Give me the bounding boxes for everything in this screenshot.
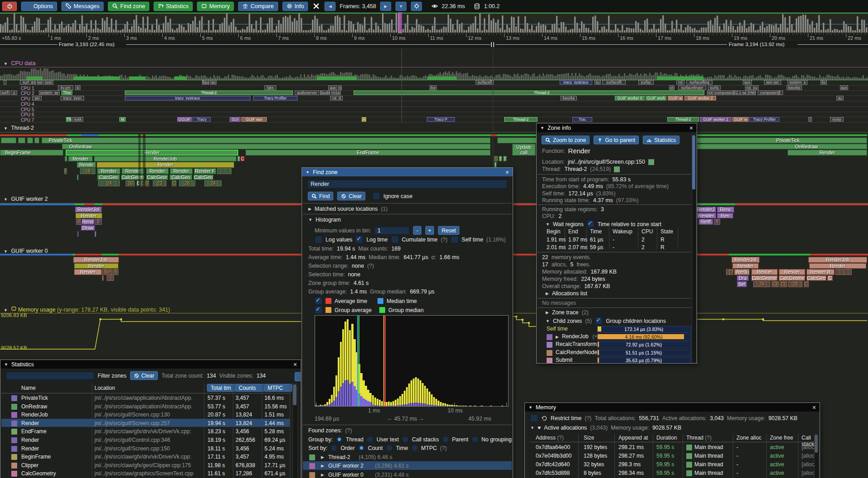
median-time-swatch: [377, 298, 383, 304]
next-frame-button[interactable]: ▶: [380, 1, 392, 11]
total-allocations: 556,731: [639, 415, 659, 421]
frame-select-button[interactable]: ▼: [395, 1, 407, 11]
histogram-bar: [424, 386, 426, 406]
group-by-option[interactable]: [442, 436, 449, 443]
sort-counts-button[interactable]: Counts: [235, 383, 265, 392]
group-by-option[interactable]: [367, 436, 373, 443]
help-icon[interactable]: (?): [441, 237, 448, 243]
zoom-to-zone-button[interactable]: Zoom to zone: [541, 135, 590, 145]
ignore-case-checkbox[interactable]: [373, 192, 380, 200]
power-button[interactable]: [2, 1, 17, 11]
log-time-checkbox[interactable]: [355, 236, 363, 243]
allocation-row[interactable]: 0x7dfc53d8988 bytes298.34 ms59.95 sMain …: [525, 469, 820, 478]
series-checkbox[interactable]: [315, 306, 322, 314]
table-row[interactable]: OnRedrawjni/../jni/src/claw/application/…: [0, 403, 301, 411]
child-zone-row[interactable]: ▶RenderJob(×2)4.16 ms (92.60%): [537, 333, 697, 341]
found-group-row[interactable]: ▶GUIF worker 2(3,296) 4.61 s: [302, 462, 513, 470]
cumulate-time-checkbox[interactable]: [391, 236, 399, 243]
allocation-row[interactable]: 0x7dfaa64e00192 bytes298.21 ms59.95 sMai…: [525, 444, 820, 452]
histogram-average-marker: [385, 316, 386, 406]
restrict-time-checkbox[interactable]: [530, 414, 538, 422]
memory-scrollbar-thumb[interactable]: [815, 435, 818, 453]
increase-bin-button[interactable]: +: [425, 226, 434, 235]
focus-frame-button[interactable]: [410, 1, 422, 11]
options-button[interactable]: undefinedOptions: [21, 1, 57, 11]
help-icon[interactable]: (?): [585, 415, 591, 421]
close-icon[interactable]: ×: [689, 125, 693, 131]
prev-frame-button[interactable]: ◀: [324, 1, 336, 11]
found-group-row[interactable]: ▶Thread-2(4,105) 6.46 s: [302, 454, 513, 462]
group-by-option[interactable]: [472, 436, 478, 443]
compare-button[interactable]: Compare: [238, 1, 278, 11]
group-by-option[interactable]: [336, 436, 343, 443]
histogram-plot[interactable]: [315, 315, 509, 407]
help-icon[interactable]: (?): [556, 435, 564, 441]
group-by-option[interactable]: [402, 436, 409, 443]
sort-by-option[interactable]: [330, 445, 337, 451]
found-group-row[interactable]: ▶GUIF worker 0(3,231) 4.48 s: [302, 471, 513, 478]
table-row[interactable]: Renderjni/../jni/src/guif/Screen.cpp:257…: [0, 420, 301, 428]
self-time-checkbox[interactable]: [451, 236, 458, 243]
memory-button[interactable]: Memory: [197, 1, 234, 11]
sort-by-option[interactable]: [386, 445, 393, 451]
group-children-checkbox[interactable]: [595, 317, 603, 325]
table-row[interactable]: BeginFramejni/../jni/src/claw/gfx/drv/vk…: [0, 453, 301, 461]
zone-info-scrollbar-thumb[interactable]: [692, 135, 695, 189]
sort-by-option[interactable]: [358, 445, 365, 451]
allocation-row[interactable]: 0x7e049b3d00128 bytes298.27 ms59.95 sMai…: [525, 452, 820, 460]
clear-filter-button[interactable]: Clear: [130, 371, 159, 380]
stats-scrollbar-thumb[interactable]: [293, 384, 297, 405]
memory-titlebar[interactable]: ▼Memory×: [525, 403, 820, 412]
time-ruler[interactable]: +55.83 s1 ms2 ms3 ms4 ms5 ms6 ms7 ms8 ms…: [0, 33, 868, 41]
go-to-parent-button[interactable]: Go to parent: [593, 135, 639, 145]
frame-label-right[interactable]: Frame 3,194 (13.92 ms): [729, 42, 784, 47]
table-row[interactable]: EndFramejni/../jni/src/claw/gfx/drv/vk/D…: [0, 428, 301, 436]
decrease-bin-button[interactable]: -: [413, 226, 422, 235]
close-icon[interactable]: ×: [505, 169, 509, 175]
min-bin-input[interactable]: 1: [374, 227, 410, 235]
reset-button[interactable]: Reset: [438, 226, 460, 235]
help-icon[interactable]: (?): [345, 427, 352, 434]
mem-col-header: Address (?): [536, 435, 564, 441]
table-row[interactable]: Renderjni/../jni/src/guif/Control.cpp:34…: [0, 436, 301, 445]
close-icon[interactable]: ×: [293, 361, 297, 368]
find-zone-search-input[interactable]: Render: [307, 180, 507, 189]
frame-label-left[interactable]: Frame 3,193 (22.45 ms): [59, 42, 114, 47]
clipped-button[interactable]: [294, 372, 301, 382]
series-checkbox[interactable]: [315, 297, 322, 305]
statistics-titlebar[interactable]: ▼Statistics×: [0, 360, 301, 369]
zone-info-titlebar[interactable]: ▼Zone info×: [537, 123, 697, 132]
relative-time-checkbox[interactable]: [587, 220, 594, 228]
clear-button[interactable]: Clear: [337, 191, 366, 201]
child-zone-row[interactable]: Self time172.14 µs (3.83%): [537, 326, 697, 333]
filter-zones-input[interactable]: [6, 372, 94, 380]
ruler-tick: 20 ms: [772, 35, 785, 41]
log-values-checkbox[interactable]: [315, 236, 322, 243]
find-button[interactable]: Find: [307, 191, 334, 201]
frame-row[interactable]: Frame 3,193 (22.45 ms)Frame 3,194 (13.92…: [0, 41, 868, 48]
statistics-button[interactable]: Statistics: [642, 135, 680, 145]
sort-by-option[interactable]: [411, 445, 418, 451]
help-icon[interactable]: (?): [440, 445, 447, 451]
help-icon[interactable]: (?): [703, 435, 712, 441]
messages-button[interactable]: Messages: [61, 1, 104, 11]
range-span[interactable]: ← 45.72 ms →: [387, 416, 424, 422]
child-zone-row[interactable]: CalcRenderNodes51.51 µs (1.15%): [537, 349, 697, 356]
find-zone-button[interactable]: Find zone: [108, 1, 150, 11]
frame-overview-strip[interactable]: [0, 12, 868, 34]
table-row[interactable]: CalcGeometryjni/../jni/src/claw/graphics…: [0, 470, 301, 478]
table-row[interactable]: Renderjni/../jni/src/guif/Screen.cpp:150…: [0, 445, 301, 453]
info-button[interactable]: Info: [282, 1, 309, 11]
table-row[interactable]: Clipperjni/../jni/src/claw/gfx/geo/Clipp…: [0, 462, 301, 470]
table-row[interactable]: RenderJobjni/../jni/src/guif/Screen.cpp:…: [0, 411, 301, 419]
triangle-left-icon: ◀: [329, 4, 332, 9]
statistics-button[interactable]: Statistics: [153, 1, 193, 11]
find-zone-titlebar[interactable]: ▼Find zone×: [302, 168, 513, 176]
tools-icon[interactable]: [313, 3, 320, 9]
allocation-row[interactable]: 0x7dfc42d64032 bytes298.3 ms59.95 sMain …: [525, 461, 820, 469]
sort-mtpc-button[interactable]: MTPC: [264, 383, 292, 392]
close-icon[interactable]: ×: [812, 404, 816, 411]
child-zone-row[interactable]: RecalcTransform72.92 µs (1.62%): [537, 341, 697, 348]
child-zone-row[interactable]: Submit35.63 µs (0.79%): [537, 357, 697, 364]
table-row[interactable]: PrivateTickjni/../jni/src/claw/applicati…: [0, 394, 301, 402]
